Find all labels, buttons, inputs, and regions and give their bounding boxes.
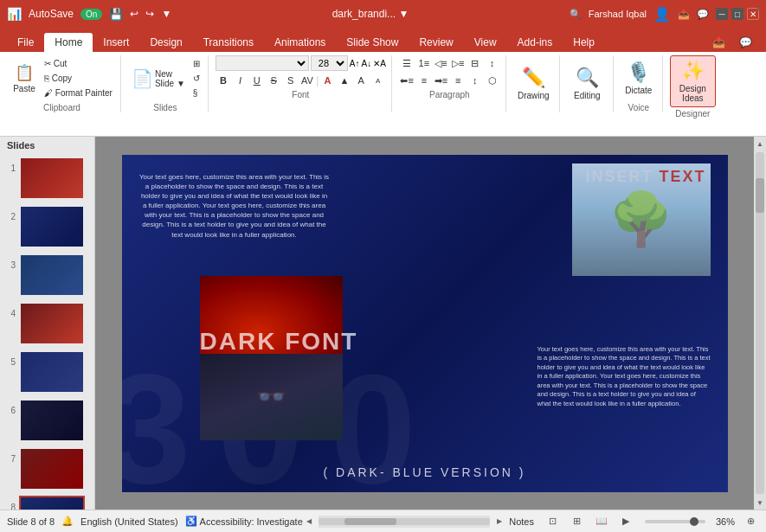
bold-button[interactable]: B: [216, 73, 231, 88]
undo-button[interactable]: ↩: [130, 8, 138, 20]
convert-to-smartart-button[interactable]: ⬡: [484, 73, 500, 88]
kerning-button[interactable]: AV: [299, 73, 315, 88]
direction-button[interactable]: ↕: [484, 55, 500, 71]
tab-slideshow[interactable]: Slide Show: [336, 33, 409, 52]
ribbon-collapse-button[interactable]: ∧: [749, 0, 766, 17]
bullets-button[interactable]: ☰: [399, 55, 415, 71]
comment-icon[interactable]: 💬: [697, 9, 709, 20]
slide-thumb-img-8[interactable]: [19, 496, 85, 510]
clear-format-button[interactable]: ✕A: [373, 59, 386, 68]
dictate-button[interactable]: 🎙️ Dictate: [620, 58, 657, 99]
tab-review[interactable]: Review: [409, 33, 463, 52]
slide-canvas[interactable]: 3 0 0 Your text goes here, customize thi…: [122, 155, 728, 492]
tab-file[interactable]: File: [7, 33, 44, 52]
italic-button[interactable]: I: [232, 73, 248, 88]
shadow-button[interactable]: S: [282, 73, 298, 88]
slide-thumb-6[interactable]: 6: [5, 399, 89, 442]
slide-thumb-img-2[interactable]: [19, 205, 85, 248]
numbering-button[interactable]: 1≡: [416, 55, 433, 71]
justify-button[interactable]: ≡: [450, 73, 467, 88]
slide-thumb-5[interactable]: 5: [5, 350, 89, 394]
align-right-button[interactable]: ➡≡: [433, 73, 449, 88]
fit-slide-button[interactable]: ⊕: [742, 514, 759, 529]
tab-transitions[interactable]: Transitions: [193, 33, 264, 52]
format-painter-button[interactable]: 🖌 Format Painter: [42, 87, 115, 99]
drawing-button[interactable]: ✏️ Drawing: [512, 63, 555, 104]
notes-button[interactable]: Notes: [505, 516, 537, 528]
tab-home[interactable]: Home: [44, 33, 93, 52]
normal-view-button[interactable]: ⊡: [544, 514, 562, 529]
layout-button[interactable]: ⊞: [190, 57, 203, 70]
file-name-dropdown[interactable]: ▼: [398, 8, 409, 20]
slide-thumb-7[interactable]: 7: [5, 447, 89, 490]
font-color-button[interactable]: A: [319, 73, 335, 88]
design-ideas-button[interactable]: ✨ Design Ideas: [670, 55, 716, 107]
zoom-slider[interactable]: [645, 520, 705, 523]
cut-button[interactable]: ✂ Cut: [42, 57, 115, 70]
reset-button[interactable]: ↺: [190, 72, 203, 85]
section-button[interactable]: §: [190, 87, 203, 99]
save-button[interactable]: 💾: [109, 8, 123, 21]
underline-button[interactable]: U: [249, 73, 265, 88]
align-left-button[interactable]: ⬅≡: [399, 73, 415, 88]
strikethrough-button[interactable]: S: [266, 73, 281, 88]
tab-design[interactable]: Design: [139, 33, 192, 52]
redo-button[interactable]: ↪: [145, 8, 154, 20]
tab-addins[interactable]: Add-ins: [507, 33, 563, 52]
reading-view-button[interactable]: 📖: [593, 514, 610, 529]
increase-font-button[interactable]: A↑: [350, 59, 360, 68]
h-scroll-thumb[interactable]: [344, 518, 396, 525]
notes-accessibility-icon[interactable]: 🔔: [61, 516, 74, 527]
accessibility-status[interactable]: ♿ Accessibility: Investigate: [185, 516, 303, 527]
scroll-down-button[interactable]: ▼: [754, 496, 766, 510]
line-spacing-button[interactable]: ↕: [467, 73, 484, 88]
decrease-indent-button[interactable]: ◁≡: [433, 55, 449, 71]
columns-button[interactable]: ⊟: [467, 55, 484, 71]
font-size-select[interactable]: 28: [311, 55, 348, 71]
scroll-up-button[interactable]: ▲: [754, 137, 766, 151]
slide-info: Slide 8 of 8: [7, 516, 55, 527]
slide-thumb-img-6[interactable]: [19, 399, 85, 442]
scroll-thumb[interactable]: [756, 178, 764, 213]
editing-button[interactable]: 🔍 Editing: [569, 63, 606, 104]
slide-thumb-img-5[interactable]: [19, 350, 85, 394]
slide-thumb-2[interactable]: 2: [5, 205, 89, 248]
search-icon[interactable]: 🔍: [570, 9, 582, 20]
decrease-font-button[interactable]: A↓: [362, 59, 372, 68]
slide-thumb-1[interactable]: 1: [5, 157, 89, 200]
user-avatar[interactable]: 👤: [653, 6, 671, 22]
highlight-button[interactable]: ▲: [337, 73, 352, 88]
slide-thumb-img-3[interactable]: [19, 253, 85, 297]
increase-indent-button[interactable]: ▷≡: [450, 55, 467, 71]
slide-thumb-4[interactable]: 4: [5, 302, 89, 345]
copy-button[interactable]: ⎘ Copy: [42, 72, 115, 85]
paste-button[interactable]: 📋 Paste: [9, 61, 40, 96]
tab-insert[interactable]: Insert: [93, 33, 139, 52]
tab-view[interactable]: View: [464, 33, 507, 52]
slide-sorter-button[interactable]: ⊞: [569, 514, 586, 529]
share-icon[interactable]: 📤: [678, 9, 690, 20]
font-size-small[interactable]: A: [370, 73, 385, 88]
scroll-right-button[interactable]: ▶: [493, 516, 505, 528]
tab-animations[interactable]: Animations: [264, 33, 336, 52]
slide-thumb-img-4[interactable]: [19, 302, 85, 345]
font-family-select[interactable]: [216, 55, 309, 71]
maximize-button[interactable]: □: [731, 8, 743, 20]
autosave-toggle[interactable]: On: [80, 9, 102, 20]
slide-thumb-bg-1: [21, 158, 83, 198]
slide-thumb-img-1[interactable]: [19, 157, 85, 200]
new-slide-button[interactable]: 📄 NewSlide ▼: [128, 66, 189, 92]
zoom-thumb[interactable]: [690, 517, 698, 526]
customize-icon[interactable]: ▼: [161, 8, 171, 20]
align-center-button[interactable]: ≡: [416, 73, 433, 88]
share-button[interactable]: 📤: [705, 33, 732, 52]
slide-thumb-3[interactable]: 3: [5, 253, 89, 297]
tab-help[interactable]: Help: [563, 33, 605, 52]
comment-button[interactable]: 💬: [732, 33, 759, 52]
text-word: TEXT: [659, 168, 705, 185]
slideshow-view-button[interactable]: ▶: [617, 514, 634, 529]
slide-thumb-img-7[interactable]: [19, 447, 85, 490]
scroll-left-button[interactable]: ◀: [303, 516, 315, 528]
slide-thumb-8[interactable]: 8: [5, 496, 89, 510]
minimize-button[interactable]: ─: [716, 8, 728, 20]
